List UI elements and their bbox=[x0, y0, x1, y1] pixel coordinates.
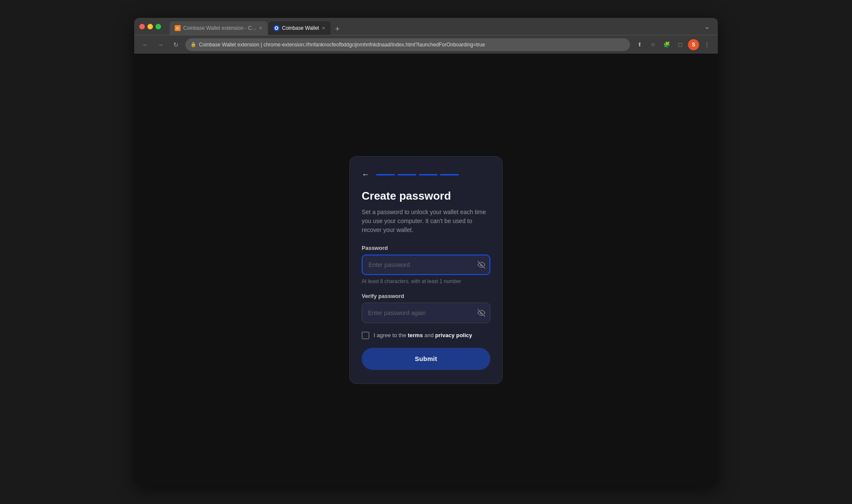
verify-password-label: Verify password bbox=[362, 293, 490, 299]
traffic-lights bbox=[139, 24, 161, 29]
card-header: ← bbox=[362, 170, 490, 179]
password-input-wrapper bbox=[362, 255, 490, 275]
more-options-button[interactable]: ⋮ bbox=[701, 39, 713, 51]
tab-wallet-close[interactable]: ✕ bbox=[322, 26, 325, 31]
share-button[interactable]: ⬆ bbox=[633, 39, 645, 51]
tab-ext-favicon: C bbox=[175, 25, 181, 31]
maximize-traffic-light[interactable] bbox=[155, 24, 161, 29]
terms-link[interactable]: terms bbox=[408, 332, 423, 338]
browser-toolbar: ← → ↻ 🔒 Coinbase Wallet extension | chro… bbox=[134, 35, 718, 54]
profile-button[interactable]: □ bbox=[674, 39, 686, 51]
privacy-link[interactable]: privacy policy bbox=[435, 332, 472, 338]
close-traffic-light[interactable] bbox=[139, 24, 145, 29]
card-title: Create password bbox=[362, 189, 490, 203]
password-input[interactable] bbox=[362, 255, 490, 275]
tab-ext[interactable]: C Coinbase Wallet extension - C... ✕ bbox=[170, 21, 268, 35]
progress-step-3 bbox=[419, 174, 438, 175]
tab-wallet-label: Coinbase Wallet bbox=[282, 25, 319, 31]
eye-off-icon-2 bbox=[478, 309, 485, 317]
progress-step-1 bbox=[376, 174, 395, 175]
lock-icon: 🔒 bbox=[190, 42, 196, 47]
verify-input-wrapper bbox=[362, 303, 490, 323]
terms-row: I agree to the terms and privacy policy bbox=[362, 332, 490, 339]
tabs-bar: C Coinbase Wallet extension - C... ✕ Coi… bbox=[170, 18, 343, 35]
progress-step-4 bbox=[440, 174, 459, 175]
svg-rect-1 bbox=[276, 27, 277, 29]
user-avatar[interactable]: S bbox=[688, 39, 699, 50]
tab-wallet[interactable]: Coinbase Wallet ✕ bbox=[268, 21, 331, 35]
address-bar[interactable]: 🔒 Coinbase Wallet extension | chrome-ext… bbox=[185, 38, 630, 51]
minimize-traffic-light[interactable] bbox=[147, 24, 153, 29]
tab-ext-label: Coinbase Wallet extension - C... bbox=[183, 25, 256, 31]
window-minimize-btn[interactable]: ⌄ bbox=[701, 20, 713, 32]
create-password-card: ← Create password Set a password to unlo… bbox=[349, 156, 503, 384]
verify-toggle-visibility[interactable] bbox=[478, 309, 485, 317]
password-label: Password bbox=[362, 245, 490, 251]
terms-label: I agree to the terms and privacy policy bbox=[374, 332, 472, 338]
extensions-button[interactable]: 🧩 bbox=[661, 39, 673, 51]
progress-step-2 bbox=[397, 174, 416, 175]
verify-password-input[interactable] bbox=[362, 303, 490, 323]
browser-titlebar: C Coinbase Wallet extension - C... ✕ Coi… bbox=[134, 18, 718, 35]
terms-text-mid: and bbox=[423, 332, 435, 338]
bookmark-button[interactable]: ☆ bbox=[647, 39, 659, 51]
browser-content: ← Create password Set a password to unlo… bbox=[134, 54, 718, 486]
tab-wallet-favicon bbox=[273, 25, 279, 31]
back-button[interactable]: ← bbox=[362, 170, 369, 179]
progress-steps bbox=[376, 174, 459, 175]
submit-button[interactable]: Submit bbox=[362, 348, 490, 370]
new-tab-button[interactable]: + bbox=[331, 23, 343, 35]
eye-off-icon bbox=[478, 261, 485, 269]
address-text: Coinbase Wallet extension | chrome-exten… bbox=[199, 42, 625, 48]
back-nav-button[interactable]: ← bbox=[139, 39, 151, 51]
terms-text-before: I agree to the bbox=[374, 332, 408, 338]
reload-nav-button[interactable]: ↻ bbox=[170, 39, 182, 51]
forward-nav-button[interactable]: → bbox=[155, 39, 167, 51]
card-description: Set a password to unlock your wallet eac… bbox=[362, 208, 490, 235]
password-toggle-visibility[interactable] bbox=[478, 261, 485, 269]
password-hint: At least 8 characters, with at least 1 n… bbox=[362, 278, 490, 284]
toolbar-actions: ⬆ ☆ 🧩 □ S ⋮ bbox=[633, 39, 713, 51]
browser-window: C Coinbase Wallet extension - C... ✕ Coi… bbox=[134, 18, 718, 486]
terms-checkbox[interactable] bbox=[362, 332, 369, 339]
tab-ext-close[interactable]: ✕ bbox=[259, 26, 262, 31]
